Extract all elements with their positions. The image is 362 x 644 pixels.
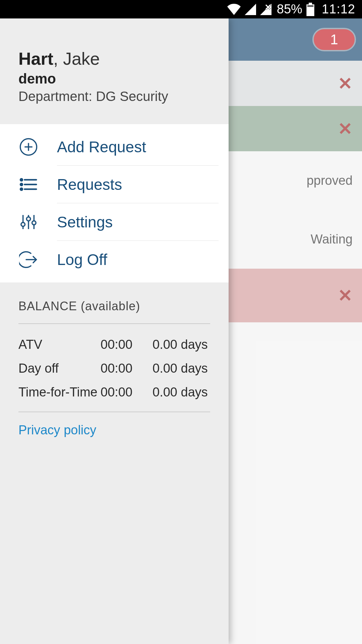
balance-time: 00:00 [101,385,153,399]
svg-rect-0 [309,3,312,4]
notification-badge[interactable]: 1 [312,28,356,51]
balance-title: BALANCE (available) [18,299,210,313]
status-text: Waiting [311,232,353,247]
balance-label: Day off [18,361,101,376]
balance-row: ATV 00:00 0.00 days [18,333,210,357]
menu-item-logoff[interactable]: Log Off [0,241,229,282]
nav-drawer: Hart, Jake demo Department: DG Security … [0,18,229,644]
balance-time: 00:00 [101,361,153,376]
svg-point-13 [21,222,25,226]
close-icon[interactable]: ✕ [338,119,353,139]
divider [18,323,210,324]
dept-value: DG Security [96,89,168,104]
status-text: pproved [307,173,353,188]
balance-time: 00:00 [101,337,153,352]
clock: 11:12 [322,2,355,16]
balance-row: Time-for-Time 00:00 0.00 days [18,380,210,404]
signal-icon [245,4,256,15]
profile-surname: Hart [18,49,53,68]
privacy-policy-link[interactable]: Privacy policy [18,422,210,437]
signal-no-data-icon [260,4,272,15]
plus-circle-icon [18,137,39,157]
notification-count: 1 [330,32,338,48]
status-bar: 85% 11:12 [0,0,362,18]
profile-subtitle: demo [18,71,210,87]
list-icon [18,174,39,195]
profile-name-sep: , [53,49,63,68]
balance-label: ATV [18,337,101,352]
divider [18,412,210,412]
balance-days: 0.00 days [153,385,210,399]
balance-row: Day off 00:00 0.00 days [18,357,210,380]
menu-label: Log Off [57,251,107,269]
dept-label: Department: [18,89,96,104]
battery-percent: 85% [277,2,302,16]
menu-item-requests[interactable]: Requests [0,166,229,203]
profile-given: Jake [63,49,100,68]
battery-icon [306,3,314,16]
svg-point-15 [26,217,31,221]
sliders-icon [18,212,39,232]
close-icon[interactable]: ✕ [338,73,353,94]
balance-days: 0.00 days [153,337,210,352]
wifi-icon [227,4,241,15]
svg-point-10 [20,188,22,190]
svg-rect-2 [307,5,313,7]
menu-label: Settings [57,213,113,231]
logout-icon [18,250,39,270]
svg-point-6 [20,179,22,181]
menu-item-settings[interactable]: Settings [0,203,229,241]
menu-label: Add Request [57,138,146,156]
drawer-menu: Add Request Requests [0,124,229,282]
balance-section: BALANCE (available) ATV 00:00 0.00 days … [0,282,229,447]
profile-name: Hart, Jake [18,49,210,69]
profile-department: Department: DG Security [18,89,210,104]
svg-point-8 [20,183,22,185]
profile-header: Hart, Jake demo Department: DG Security [0,18,229,124]
balance-label: Time-for-Time [18,385,101,399]
menu-label: Requests [57,175,122,194]
close-icon[interactable]: ✕ [338,285,353,306]
menu-item-add-request[interactable]: Add Request [0,124,229,166]
svg-point-17 [32,221,36,225]
balance-days: 0.00 days [153,361,210,376]
